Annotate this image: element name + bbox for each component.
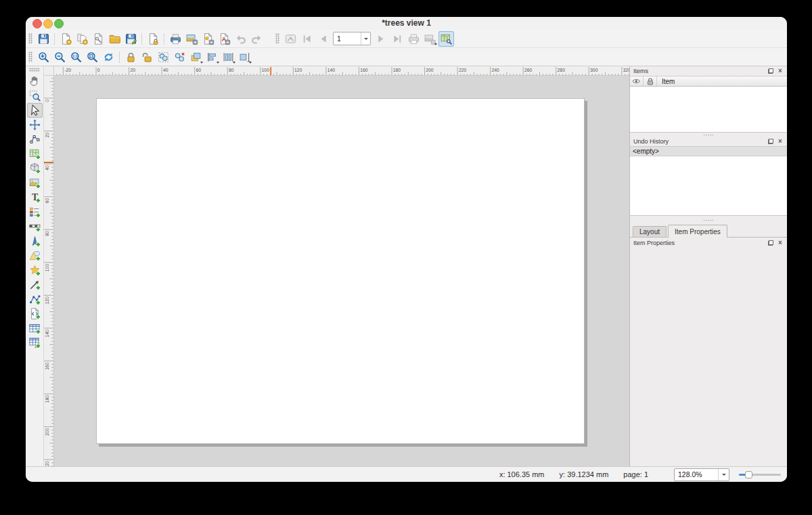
svg-text:320: 320: [623, 68, 629, 72]
atlas-settings-icon: [440, 32, 453, 45]
add-scale-bar-button[interactable]: [27, 219, 43, 234]
nav-prev-icon: [317, 32, 330, 45]
titlebar[interactable]: *trees view 1: [26, 17, 787, 30]
toolbox-drag-handle[interactable]: [29, 68, 40, 72]
layout-viewport[interactable]: [53, 75, 629, 466]
layout-manager-button[interactable]: [91, 31, 106, 47]
toolbar-drag-handle[interactable]: [28, 33, 32, 44]
zoom-out-button[interactable]: [52, 49, 68, 65]
ungroup-icon: [173, 51, 186, 64]
load-from-template-button[interactable]: [107, 31, 122, 47]
atlas-settings-button[interactable]: [438, 31, 454, 47]
save-as-template-button[interactable]: [123, 31, 139, 47]
undo-history-close-button[interactable]: ×: [777, 138, 784, 145]
float-icon: [768, 68, 773, 74]
add-marker-button[interactable]: [27, 263, 43, 278]
dropdown-arrow-icon[interactable]: [434, 43, 437, 45]
duplicate-layout-button[interactable]: [74, 31, 90, 47]
printer-gray-icon: [407, 32, 420, 45]
edit-nodes-item-button[interactable]: [27, 132, 43, 147]
toolbar-drag-handle[interactable]: [28, 51, 32, 62]
add-fixed-table-button[interactable]: [27, 336, 43, 351]
tab-item-properties[interactable]: Item Properties: [668, 225, 727, 238]
save-project-button[interactable]: [36, 31, 51, 47]
dropdown-arrow-icon[interactable]: [233, 62, 235, 64]
export-atlas-button[interactable]: [422, 31, 438, 47]
last-feature-button[interactable]: [390, 31, 405, 47]
add-html-button[interactable]: [27, 307, 43, 321]
dropdown-arrow-icon[interactable]: [249, 62, 252, 64]
item-properties-close-button[interactable]: ×: [777, 240, 784, 246]
new-layout-button[interactable]: [58, 31, 74, 47]
redo-button[interactable]: [249, 31, 265, 47]
svg-text:-20: -20: [64, 68, 71, 72]
undo-history-entry[interactable]: <empty>: [630, 146, 787, 156]
preview-atlas-button[interactable]: [283, 31, 298, 47]
add-map-button[interactable]: [27, 147, 43, 162]
zoom-actual-button[interactable]: 1:1: [68, 49, 84, 65]
pan-layout-button[interactable]: [27, 74, 43, 89]
layout-page[interactable]: [96, 98, 585, 444]
page-lock-button[interactable]: [145, 31, 161, 47]
svg-text:180: 180: [393, 68, 401, 72]
svg-text:80: 80: [45, 231, 49, 236]
resize-items-button[interactable]: [237, 49, 252, 65]
combobox-dropdown-arrow-icon[interactable]: [718, 469, 729, 480]
toolbar-drag-handle[interactable]: [275, 33, 279, 44]
add-3d-map-button[interactable]: [27, 161, 43, 176]
panel-splitter-2[interactable]: [630, 216, 787, 224]
move-item-content-button[interactable]: [27, 118, 43, 133]
add-picture-icon: [28, 177, 41, 189]
add-label-button[interactable]: T: [27, 190, 43, 205]
add-arrow-button[interactable]: [27, 277, 43, 292]
add-picture-button[interactable]: [27, 176, 43, 191]
items-panel-close-button[interactable]: ×: [777, 68, 784, 74]
refresh-view-button[interactable]: [101, 49, 116, 65]
items-panel-float-button[interactable]: [767, 68, 774, 74]
zoom-level-combobox[interactable]: 128.0%: [674, 468, 729, 481]
item-properties-float-button[interactable]: [767, 240, 774, 246]
add-north-arrow-button[interactable]: [27, 234, 43, 249]
export-as-image-button[interactable]: [184, 31, 200, 47]
print-atlas-button[interactable]: [406, 31, 422, 47]
distribute-items-button[interactable]: [221, 49, 236, 65]
print-layout-button[interactable]: [168, 31, 183, 47]
raise-selected-items-button[interactable]: [188, 49, 204, 65]
undo-history-list[interactable]: [630, 156, 787, 216]
undo-button[interactable]: [233, 31, 248, 47]
vertical-ruler[interactable]: 020406080100120140160180200220: [44, 75, 54, 466]
next-feature-button[interactable]: [374, 31, 389, 47]
previous-feature-button[interactable]: [315, 31, 331, 47]
undo-history-float-button[interactable]: [767, 138, 774, 145]
align-selected-items-button[interactable]: [204, 49, 220, 65]
select-move-item-button[interactable]: [27, 103, 43, 118]
tab-layout[interactable]: Layout: [633, 226, 667, 237]
zoom-slider-thumb[interactable]: [745, 471, 752, 478]
unlock-all-items-button[interactable]: [139, 49, 155, 65]
group-items-button[interactable]: [156, 49, 171, 65]
ungroup-items-button[interactable]: [172, 49, 187, 65]
add-shape-button[interactable]: [27, 248, 43, 263]
export-as-svg-button[interactable]: [200, 31, 216, 47]
lock-selected-items-button[interactable]: [123, 49, 139, 65]
atlas-page-input[interactable]: 1: [333, 32, 371, 45]
nav-next-icon: [375, 32, 388, 45]
spinbox-dropdown-arrow-icon[interactable]: [361, 32, 370, 45]
zoom-full-button[interactable]: [85, 49, 100, 65]
first-feature-button[interactable]: [299, 31, 315, 47]
zoom-in-button[interactable]: [36, 49, 51, 65]
pan-icon: [28, 74, 41, 87]
item-properties-panel-title: Item Properties: [633, 240, 675, 246]
dropdown-arrow-icon[interactable]: [217, 62, 219, 64]
add-legend-button[interactable]: [27, 205, 43, 220]
items-list[interactable]: [630, 87, 787, 133]
refresh-icon: [102, 51, 115, 64]
horizontal-ruler[interactable]: -200204060801001201401601802002202402602…: [53, 66, 629, 76]
add-node-item-button[interactable]: [27, 292, 43, 307]
add-attribute-table-button[interactable]: [27, 321, 43, 336]
redo-icon: [250, 32, 263, 45]
zoom-slider[interactable]: [739, 470, 781, 479]
zoom-tool-button[interactable]: [27, 89, 43, 104]
export-as-pdf-button[interactable]: A: [217, 31, 232, 47]
dropdown-arrow-icon[interactable]: [200, 62, 203, 64]
